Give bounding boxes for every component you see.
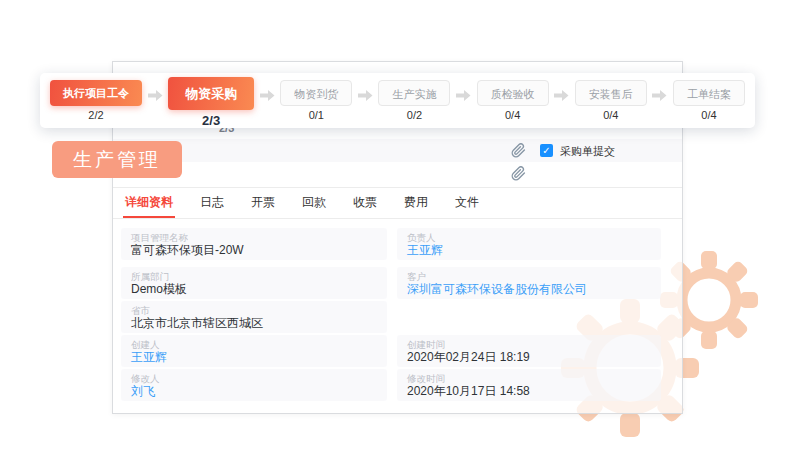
step-count: 0/4	[603, 109, 618, 121]
arrow-right-icon	[260, 88, 275, 106]
arrow-right-icon	[148, 88, 163, 106]
step-material-purchase[interactable]: 物资采购 2/3	[168, 77, 254, 128]
modifier-link[interactable]: 刘飞	[131, 384, 377, 399]
tab-expense[interactable]: 费用	[402, 188, 430, 218]
purchase-submit-checkbox[interactable]	[540, 144, 553, 157]
field-label: 创建人	[131, 339, 377, 350]
step-execute-work-order[interactable]: 执行项目工令 2/2	[50, 80, 142, 121]
step-count: 0/4	[505, 109, 520, 121]
paperclip-icon[interactable]	[511, 166, 526, 181]
field-owner: 负责人 王亚辉	[397, 228, 661, 260]
step-button[interactable]: 物资采购	[168, 77, 254, 110]
field-value: 2020年10月17日 14:58	[407, 384, 651, 399]
creator-link[interactable]: 王亚辉	[131, 350, 377, 365]
step-count: 0/1	[309, 109, 324, 121]
step-button[interactable]: 工单结案	[673, 80, 745, 106]
field-department: 所属部门 Demo模板	[121, 267, 387, 299]
field-project-name: 项目管理名称 富可森环保项目-20W	[121, 228, 387, 260]
step-button[interactable]: 安装售后	[575, 80, 647, 106]
field-region: 省市 北京市北京市辖区西城区	[121, 301, 387, 333]
tab-invoice[interactable]: 开票	[249, 188, 277, 218]
workflow-stepper: 执行项目工令 2/2 物资采购 2/3 物资到货 0/1 生产实施 0/2 质检	[40, 73, 755, 128]
tab-details[interactable]: 详细资料	[123, 188, 175, 218]
step-material-arrival[interactable]: 物资到货 0/1	[280, 80, 352, 121]
step-count: 0/2	[407, 109, 422, 121]
production-management-badge: 生产管理	[52, 141, 182, 178]
step-button[interactable]: 物资到货	[280, 80, 352, 106]
tab-bar: 详细资料 日志 开票 回款 收票 费用 文件	[113, 188, 682, 219]
field-modified-time: 修改时间 2020年10月17日 14:58	[397, 369, 661, 401]
field-label: 项目管理名称	[131, 232, 377, 243]
field-label: 省市	[131, 305, 377, 316]
arrow-right-icon	[652, 88, 667, 106]
step-count: 2/3	[202, 113, 220, 128]
arrow-right-icon	[456, 88, 471, 106]
page: 2/3 采购单提交 详细资料 日志 开票 回款 收票 费用	[0, 0, 792, 459]
tab-payment[interactable]: 回款	[300, 188, 328, 218]
field-label: 创建时间	[407, 339, 651, 350]
field-customer: 客户 深圳富可森环保设备股份有限公司	[397, 267, 661, 299]
step-count: 2/2	[88, 109, 103, 121]
customer-link[interactable]: 深圳富可森环保设备股份有限公司	[407, 282, 651, 297]
step-button[interactable]: 执行项目工令	[50, 80, 142, 106]
field-label: 修改人	[131, 373, 377, 384]
field-label: 修改时间	[407, 373, 651, 384]
field-label: 所属部门	[131, 271, 377, 282]
step-count: 0/4	[701, 109, 716, 121]
tab-files[interactable]: 文件	[453, 188, 481, 218]
attachment-row	[113, 162, 682, 185]
arrow-right-icon	[554, 88, 569, 106]
arrow-right-icon	[358, 88, 373, 106]
step-installation-aftersales[interactable]: 安装售后 0/4	[575, 80, 647, 121]
step-button[interactable]: 生产实施	[378, 80, 450, 106]
field-value: 2020年02月24日 18:19	[407, 350, 651, 365]
step-production[interactable]: 生产实施 0/2	[378, 80, 450, 121]
step-button[interactable]: 质检验收	[477, 80, 549, 106]
tab-receipt[interactable]: 收票	[351, 188, 379, 218]
step-work-order-close[interactable]: 工单结案 0/4	[673, 80, 745, 121]
field-modifier: 修改人 刘飞	[121, 369, 387, 401]
field-label: 负责人	[407, 232, 651, 243]
tab-log[interactable]: 日志	[198, 188, 226, 218]
field-value: 富可森环保项目-20W	[131, 243, 377, 258]
paperclip-icon[interactable]	[511, 143, 526, 158]
field-label: 客户	[407, 271, 651, 282]
attachment-row: 采购单提交	[113, 139, 682, 162]
step-quality-inspection[interactable]: 质检验收 0/4	[477, 80, 549, 121]
purchase-submit-label: 采购单提交	[560, 144, 615, 159]
field-value: 北京市北京市辖区西城区	[131, 316, 377, 331]
field-created-time: 创建时间 2020年02月24日 18:19	[397, 335, 661, 367]
owner-link[interactable]: 王亚辉	[407, 243, 651, 258]
field-creator: 创建人 王亚辉	[121, 335, 387, 367]
field-value: Demo模板	[131, 282, 377, 297]
